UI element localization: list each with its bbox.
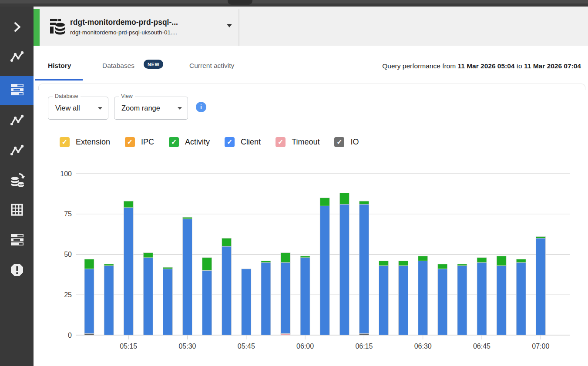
bar-segment-client[interactable]	[477, 262, 487, 335]
bar-segment-client[interactable]	[143, 258, 153, 335]
bar-segment-client[interactable]	[438, 269, 447, 335]
chevron-down-icon	[98, 107, 102, 110]
view-select[interactable]: View Zoom range	[114, 97, 188, 120]
table-grid-icon	[10, 202, 24, 219]
bar-segment-activity[interactable]	[261, 261, 271, 262]
sidebar-item-databases[interactable]	[0, 170, 34, 191]
bar-segment-activity[interactable]	[104, 264, 114, 266]
timeout-checkbox[interactable]: ✓	[276, 137, 286, 147]
bar-segment-client[interactable]	[497, 265, 506, 335]
y-axis-label: 0	[68, 332, 72, 339]
sidebar-item-reports[interactable]	[0, 230, 34, 251]
bar-segment-activity[interactable]	[477, 258, 487, 262]
bar-segment-client[interactable]	[536, 238, 545, 335]
bar-segment-client[interactable]	[163, 269, 172, 335]
y-axis-label: 50	[64, 251, 72, 258]
bar-segment-client[interactable]	[202, 271, 212, 335]
server-dropdown-caret-icon[interactable]	[227, 24, 232, 27]
bar-segment-activity[interactable]	[438, 264, 447, 269]
bar-segment-client[interactable]	[320, 206, 329, 335]
bar-segment-activity[interactable]	[457, 264, 467, 266]
sidebar-item-tables[interactable]	[0, 200, 34, 221]
bar-segment-client[interactable]	[300, 258, 310, 335]
bar-segment-io[interactable]	[359, 333, 369, 335]
top-chrome-strip-2	[0, 3, 588, 7]
bar-segment-activity[interactable]	[536, 237, 545, 238]
panel-top-edge	[38, 84, 585, 90]
bar-segment-client[interactable]	[222, 246, 232, 335]
header-divider	[239, 9, 239, 46]
legend-label: Client	[241, 138, 261, 147]
chevron-down-icon	[178, 107, 182, 110]
bar-segment-client[interactable]	[84, 269, 94, 333]
bar-segment-activity[interactable]	[516, 259, 526, 262]
bar-segment-activity[interactable]	[418, 256, 428, 261]
bar-segment-client[interactable]	[359, 204, 369, 333]
sidebar-item-alerts[interactable]	[0, 260, 34, 281]
sidebar-expand-button[interactable]	[0, 17, 34, 38]
bar-segment-client[interactable]	[399, 265, 408, 335]
server-title: rdgt-monitordemo-prd-psql-...	[70, 18, 178, 27]
bar-segment-client[interactable]	[104, 265, 114, 335]
x-axis-label: 05:30	[178, 342, 196, 350]
bar-segment-client[interactable]	[379, 265, 389, 335]
tab-history[interactable]: History	[48, 62, 71, 70]
series-legend: ✓ Extension ✓ IPC ✓ Activity ✓ Client ✓ …	[60, 137, 359, 147]
database-server-icon	[48, 17, 67, 38]
sidebar-item-query-history[interactable]	[0, 76, 34, 105]
tab-databases[interactable]: Databases	[102, 62, 134, 70]
line-chart-icon	[9, 112, 25, 129]
bar-segment-activity[interactable]	[497, 256, 506, 265]
server-header[interactable]: rdgt-monitordemo-prd-psql-... rdgt-monit…	[34, 7, 588, 46]
bar-segment-client[interactable]	[261, 262, 271, 335]
ipc-checkbox[interactable]: ✓	[125, 137, 135, 147]
bar-segment-client[interactable]	[516, 262, 526, 335]
rows-icon	[8, 232, 26, 249]
legend-label: IPC	[141, 138, 154, 147]
status-bar	[34, 9, 40, 46]
bar-segment-activity[interactable]	[222, 238, 232, 246]
bar-segment-activity[interactable]	[339, 193, 349, 205]
bar-segment-client[interactable]	[242, 269, 251, 335]
bar-segment-activity[interactable]	[183, 217, 192, 219]
bar-segment-client[interactable]	[183, 219, 192, 335]
x-axis-label: 06:30	[414, 342, 432, 350]
bar-segment-client[interactable]	[418, 261, 428, 335]
y-axis-label: 75	[64, 210, 72, 218]
bar-segment-activity[interactable]	[300, 256, 310, 258]
legend-item-activity: ✓ Activity	[169, 137, 210, 147]
bar-segment-activity[interactable]	[359, 201, 369, 204]
bar-segment-activity[interactable]	[379, 261, 389, 265]
line-chart-icon	[9, 48, 25, 66]
database-select-value: View all	[55, 104, 80, 112]
x-axis-label: 06:15	[355, 342, 373, 350]
bar-segment-activity[interactable]	[320, 198, 329, 206]
bar-segment-activity[interactable]	[84, 259, 94, 269]
bar-segment-client[interactable]	[339, 204, 349, 335]
query-performance-chart[interactable]: 025507510005:1505:3005:4506:0006:1506:30…	[34, 165, 588, 361]
bar-segment-activity[interactable]	[281, 253, 290, 262]
bar-segment-activity[interactable]	[202, 258, 212, 271]
bar-segment-activity[interactable]	[163, 267, 172, 269]
bar-segment-io[interactable]	[84, 333, 94, 335]
bar-segment-client[interactable]	[281, 262, 290, 333]
legend-label: Extension	[76, 138, 110, 147]
activity-checkbox[interactable]: ✓	[169, 137, 179, 147]
database-select[interactable]: Database View all	[48, 97, 108, 120]
tab-current-activity[interactable]: Current activity	[189, 62, 234, 70]
bar-segment-activity[interactable]	[399, 261, 408, 265]
sidebar-item-metrics-3[interactable]	[0, 140, 34, 161]
info-icon[interactable]: i	[196, 102, 206, 112]
bar-segment-activity[interactable]	[143, 253, 153, 258]
bar-segment-client[interactable]	[457, 265, 467, 335]
client-checkbox[interactable]: ✓	[225, 137, 235, 147]
queries-rows-icon	[8, 82, 26, 99]
bar-segment-activity[interactable]	[124, 201, 133, 208]
io-checkbox[interactable]: ✓	[334, 137, 344, 147]
bar-segment-client[interactable]	[124, 208, 133, 335]
bar-segment-timeout[interactable]	[281, 333, 290, 335]
legend-item-extension: ✓ Extension	[60, 137, 110, 147]
extension-checkbox[interactable]: ✓	[60, 137, 70, 147]
sidebar-item-metrics-1[interactable]	[0, 47, 34, 67]
sidebar-item-metrics-2[interactable]	[0, 110, 34, 131]
